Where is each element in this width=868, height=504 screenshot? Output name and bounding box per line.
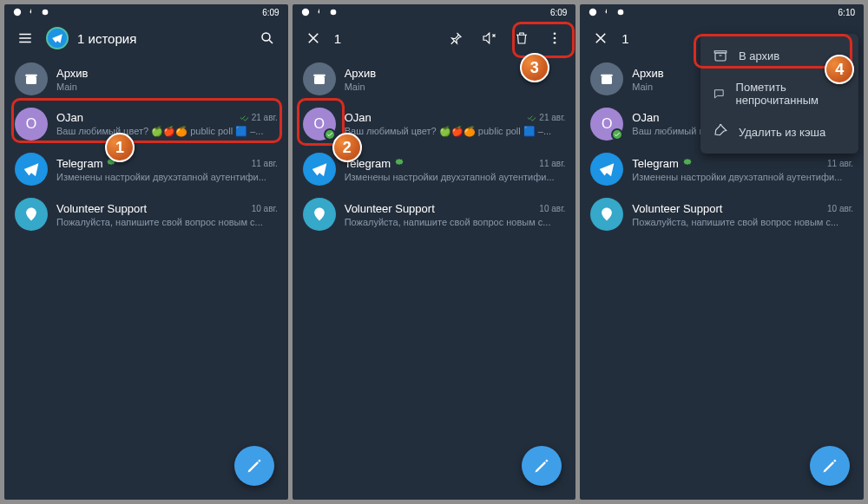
header-title: 1 история bbox=[77, 31, 247, 46]
chat-telegram[interactable]: Telegram11 авг. Изменены настройки двухэ… bbox=[293, 147, 576, 192]
top-bar: 1 история bbox=[4, 20, 288, 56]
search-icon[interactable] bbox=[255, 26, 279, 50]
chat-icon bbox=[713, 86, 726, 101]
menu-mark-unread[interactable]: Пометить непрочитанным bbox=[700, 72, 858, 115]
avatar-support bbox=[15, 198, 48, 231]
more-icon[interactable] bbox=[542, 26, 567, 50]
svg-rect-4 bbox=[25, 75, 37, 76]
svg-point-13 bbox=[618, 10, 624, 16]
avatar-telegram bbox=[15, 153, 48, 186]
selection-bar: 1 bbox=[293, 20, 576, 56]
status-time: 6:10 bbox=[838, 8, 855, 17]
svg-rect-3 bbox=[26, 76, 36, 84]
delete-icon[interactable] bbox=[510, 26, 534, 50]
avatar-ojan: O bbox=[303, 108, 336, 141]
context-menu: В архив Пометить непрочитанным Удалить и… bbox=[700, 34, 858, 154]
compose-fab[interactable] bbox=[810, 446, 850, 486]
screenshot-1: 6:09 1 история АрхивMain O OJan21 авг. В… bbox=[4, 4, 288, 500]
chat-support[interactable]: Volunteer Support10 авг. Пожалуйста, нап… bbox=[293, 192, 576, 237]
compose-fab[interactable] bbox=[234, 446, 274, 486]
svg-point-8 bbox=[554, 37, 556, 40]
archive-icon bbox=[15, 62, 48, 95]
menu-clear-cache[interactable]: Удалить из кэша bbox=[700, 115, 858, 148]
svg-rect-16 bbox=[715, 53, 726, 61]
chat-ojan[interactable]: O OJan21 авг. Ваш любимый цвет? 🍏🍎🍊 publ… bbox=[4, 101, 288, 147]
status-bar: 6:10 bbox=[580, 4, 864, 20]
compose-fab[interactable] bbox=[522, 446, 562, 486]
broom-icon bbox=[713, 124, 728, 140]
chat-support[interactable]: Volunteer Support10 авг. Пожалуйста, нап… bbox=[4, 192, 288, 237]
chat-ojan-selected[interactable]: O OJan21 авг. Ваш любимый цвет? 🍏🍎🍊 publ… bbox=[293, 101, 576, 147]
menu-archive[interactable]: В архив bbox=[700, 39, 858, 72]
avatar-ojan: O bbox=[15, 108, 48, 141]
svg-point-6 bbox=[330, 10, 336, 16]
mute-icon[interactable] bbox=[477, 26, 501, 50]
screenshot-3: 6:10 1 АрхивMain O OJan21 авг. Ваш любим… bbox=[580, 4, 864, 500]
status-time: 6:09 bbox=[550, 8, 567, 17]
chat-telegram[interactable]: Telegram11 авг. Изменены настройки двухэ… bbox=[4, 147, 288, 192]
svg-point-7 bbox=[554, 32, 556, 35]
svg-point-12 bbox=[589, 9, 596, 16]
verified-icon bbox=[106, 158, 116, 168]
svg-point-0 bbox=[14, 9, 21, 16]
svg-rect-10 bbox=[314, 76, 325, 84]
archive-icon bbox=[713, 48, 728, 63]
selected-check-icon bbox=[324, 128, 336, 141]
svg-rect-15 bbox=[602, 75, 614, 76]
chat-support[interactable]: Volunteer Support10 авг. Пожалуйста, нап… bbox=[580, 192, 864, 237]
close-icon[interactable] bbox=[301, 26, 326, 50]
svg-point-9 bbox=[554, 42, 556, 44]
svg-point-5 bbox=[302, 9, 309, 16]
archive-row[interactable]: АрхивMain bbox=[4, 56, 288, 101]
pin-icon[interactable] bbox=[444, 26, 468, 50]
status-bar: 6:09 bbox=[293, 4, 576, 20]
svg-rect-14 bbox=[602, 76, 612, 84]
screenshot-2: 6:09 1 АрхивMain O OJan21 авг. Ваш любим… bbox=[293, 4, 576, 500]
status-time: 6:09 bbox=[262, 8, 279, 17]
svg-point-2 bbox=[262, 33, 270, 41]
read-check-icon bbox=[240, 113, 249, 122]
archive-row[interactable]: АрхивMain bbox=[293, 56, 576, 101]
close-icon[interactable] bbox=[589, 26, 613, 50]
status-bar: 6:09 bbox=[4, 4, 288, 20]
telegram-logo bbox=[46, 27, 69, 49]
svg-rect-11 bbox=[313, 75, 326, 76]
menu-icon[interactable] bbox=[13, 26, 37, 50]
selection-count: 1 bbox=[334, 31, 436, 46]
svg-point-1 bbox=[43, 10, 49, 16]
